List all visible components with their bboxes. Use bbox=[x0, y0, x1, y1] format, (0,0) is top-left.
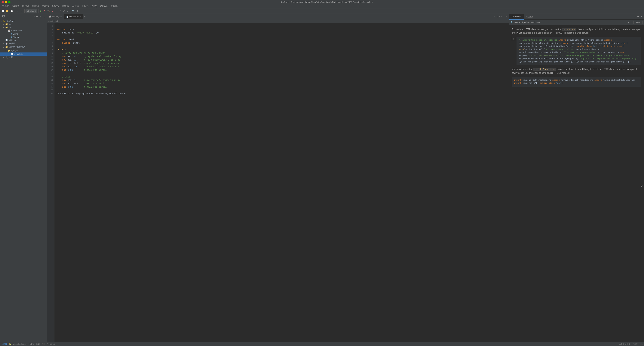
minimize-button[interactable] bbox=[5, 1, 7, 3]
tree-label: 临时文件 bbox=[11, 49, 20, 52]
tree-item-out[interactable]: ▸ 📁 out bbox=[0, 23, 47, 26]
menu-view[interactable]: 视图(V) bbox=[20, 4, 30, 8]
status-python[interactable]: 🐍 Python Packages bbox=[9, 343, 26, 345]
tab-starter-java[interactable]: ☕ Starter.java bbox=[47, 14, 64, 19]
search-everywhere-btn[interactable]: 🔍 bbox=[71, 10, 75, 13]
toolbar: 📄 📂 💾 ← → ⎇ Main ▾ ▶ ⚑ 🔨 ■ ↑ ✓ ↗ ↙ 🔍 ⚙ bbox=[0, 8, 644, 14]
tree-item-temp-files[interactable]: ▾ 📁 临时文件和控制台 bbox=[0, 45, 47, 49]
tab-search[interactable]: Search bbox=[524, 14, 536, 20]
settings-btn[interactable]: ⚙ bbox=[76, 10, 79, 13]
java-class-icon: ◆ bbox=[10, 33, 12, 35]
sidebar-expand-btn[interactable]: ≡ bbox=[33, 15, 35, 18]
git-update-btn[interactable]: ↑ bbox=[56, 10, 58, 13]
sidebar-header: 项目 ≡ ⊟ ⚙ … bbox=[0, 14, 47, 19]
maximize-button[interactable] bbox=[8, 1, 10, 3]
build-btn[interactable]: 🔨 bbox=[46, 10, 51, 13]
forward-btn[interactable]: → bbox=[20, 10, 24, 13]
status-profiler[interactable]: ◷ Profiler bbox=[47, 343, 55, 345]
git-pull-btn[interactable]: ↙ bbox=[66, 10, 69, 13]
tab-label: Starter.java bbox=[52, 16, 62, 18]
panel-settings-icon[interactable]: ⚙ bbox=[637, 15, 639, 18]
code-copy-btn[interactable]: ⧉ bbox=[512, 37, 516, 41]
sidebar-more-btn[interactable]: … bbox=[42, 15, 45, 18]
tree-item-starter-java[interactable]: ☕ Starter.java bbox=[0, 29, 47, 32]
menu-help[interactable]: 帮助(H) bbox=[109, 4, 119, 8]
chat-clear-btn[interactable]: ✕ bbox=[627, 21, 630, 24]
status-todo[interactable]: TODO bbox=[29, 343, 34, 345]
menu-code[interactable]: 代码(C) bbox=[40, 4, 50, 8]
separator-3 bbox=[38, 10, 38, 13]
save-btn[interactable]: 💾 bbox=[10, 10, 14, 13]
tree-item-demo[interactable]: ◆ Demo bbox=[0, 32, 47, 35]
folder-icon: 🗂 bbox=[3, 20, 5, 22]
git-push-btn[interactable]: ↗ bbox=[62, 10, 66, 13]
folder-icon: 📁 bbox=[5, 23, 8, 25]
scroll-down-arrow[interactable]: ∨ bbox=[640, 184, 643, 189]
line-num: 14 bbox=[48, 68, 53, 72]
version-down-icon[interactable]: ∨ bbox=[501, 15, 502, 18]
menu-git[interactable]: Git(G) bbox=[90, 5, 98, 8]
code-block-2: import java.io.BufferedReader; import ja… bbox=[512, 77, 641, 87]
code-content[interactable]: section .data hello: db 'Hello, World!',… bbox=[54, 23, 509, 342]
menu-navigate[interactable]: 导航(N) bbox=[30, 4, 40, 8]
line-col-info: 行: 20, 列: 1 bbox=[632, 343, 642, 345]
tree-label: 外部库 bbox=[9, 42, 15, 45]
menu-run[interactable]: 运行(U) bbox=[70, 4, 80, 8]
line-num: 3 bbox=[48, 31, 53, 35]
stop-btn[interactable]: ■ bbox=[51, 10, 54, 13]
tab-scratch-txt[interactable]: 📄 scratch.txt ✕ bbox=[64, 14, 83, 19]
status-git[interactable]: ⎇ Git bbox=[2, 343, 7, 345]
run-btn[interactable]: ▶ bbox=[40, 10, 42, 13]
chat-history-btn[interactable]: ↺ bbox=[630, 21, 633, 24]
code-editor[interactable]: 1 2 3 4 5 6 7 8 9 10 11 12 13 14 15 16 1 bbox=[47, 23, 509, 342]
tree-label: Starter.java bbox=[11, 30, 22, 32]
tab-chatgpt[interactable]: ChatGPT bbox=[509, 14, 524, 20]
git-commit-btn[interactable]: ✓ bbox=[59, 10, 62, 13]
menu-window[interactable]: 窗口(W) bbox=[98, 4, 109, 8]
tree-item-scratch-files[interactable]: ▸ 📁 临时文件 bbox=[0, 49, 47, 53]
tree-label: HttpDemo bbox=[6, 20, 15, 22]
send-button[interactable]: Send bbox=[634, 21, 642, 24]
open-btn[interactable]: 📂 bbox=[5, 10, 10, 13]
new-file-btn[interactable]: 📄 bbox=[1, 10, 5, 13]
separator-1 bbox=[15, 10, 15, 13]
menu-bar: 文件(F) 编辑(E) 视图(V) 导航(N) 代码(C) 分析(A) 重构(R… bbox=[0, 4, 644, 8]
tree-item-external-libs[interactable]: ▸ 📚 外部库 bbox=[0, 42, 47, 45]
main-layout: 项目 ≡ ⊟ ⚙ … ▾ 🗂 HttpDemo ▸ 📁 out bbox=[0, 14, 644, 342]
line-num: 6 bbox=[48, 41, 53, 45]
back-btn[interactable]: ← bbox=[16, 10, 20, 13]
panel-expand-icon[interactable]: ⤢ bbox=[634, 15, 636, 18]
menu-analyze[interactable]: 分析(A) bbox=[50, 4, 60, 8]
sidebar-settings-btn[interactable]: ⚙ bbox=[39, 15, 42, 18]
tree-item-src[interactable]: ▾ 📁 src bbox=[0, 26, 47, 29]
debug-btn[interactable]: ⚑ bbox=[43, 10, 46, 13]
status-terminal[interactable]: ⬛ bbox=[42, 343, 44, 345]
tree-item-gitignore[interactable]: 📄 .gitignore bbox=[0, 39, 47, 42]
tree-item-extensions[interactable]: ▸ 🔌 扩展 bbox=[0, 56, 47, 59]
tab-overflow-btn[interactable]: ⋯ bbox=[83, 15, 88, 18]
menu-refactor[interactable]: 重构(R) bbox=[60, 4, 70, 8]
version-up-icon[interactable]: ∧ bbox=[498, 15, 500, 18]
chat-input[interactable] bbox=[514, 21, 626, 24]
tree-item-starter[interactable]: ◆ Starter bbox=[0, 35, 47, 39]
line-num: 11 bbox=[48, 58, 53, 62]
chat-input-area: 🔍 ✕ ↺ Send bbox=[509, 20, 644, 25]
line-num: 21 bbox=[48, 92, 53, 96]
close-button[interactable] bbox=[2, 1, 4, 3]
close-tab-icon[interactable]: ✕ bbox=[80, 16, 81, 18]
git-label: Git bbox=[4, 343, 7, 345]
version-count: 1 bbox=[496, 16, 498, 18]
line-num: 9 bbox=[48, 52, 53, 55]
menu-file[interactable]: 文件(F) bbox=[1, 4, 10, 8]
branch-selector[interactable]: ⎇ Main ▾ bbox=[26, 9, 37, 13]
tree-item-scratch-txt[interactable]: 📄 scratch.txt bbox=[0, 53, 47, 56]
status-problems[interactable]: 问题 bbox=[36, 343, 40, 345]
panel-close-icon[interactable]: ✕ bbox=[640, 15, 642, 18]
sidebar-collapse-btn[interactable]: ⊟ bbox=[36, 15, 38, 18]
menu-edit[interactable]: 编辑(E) bbox=[10, 4, 20, 8]
tree-item-httpdemo[interactable]: ▾ 🗂 HttpDemo bbox=[0, 20, 47, 23]
tree-label: Demo bbox=[13, 33, 18, 35]
tab-settings-btn[interactable]: ⚙ bbox=[504, 15, 509, 18]
menu-tools[interactable]: 工具(T) bbox=[80, 4, 90, 8]
chatgpt-tab-label: ChatGPT bbox=[512, 15, 521, 18]
